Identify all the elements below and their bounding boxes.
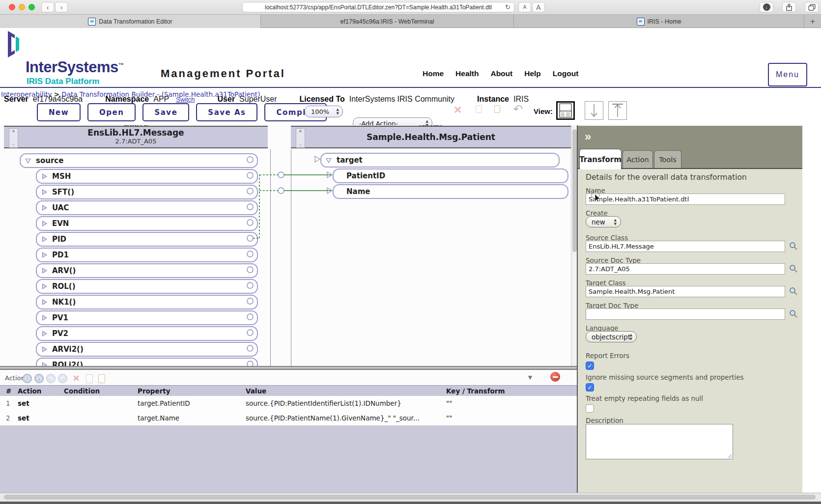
- action-row-2[interactable]: 2settarget.Namesource.{PID:PatientName(1…: [0, 411, 578, 425]
- save-button[interactable]: Save: [142, 103, 189, 121]
- collapsed-triangle-icon[interactable]: [41, 204, 48, 211]
- checkbox-report-errors[interactable]: ✓: [586, 362, 594, 370]
- reload-icon[interactable]: ↻: [505, 3, 510, 11]
- source-root-pill[interactable]: source: [20, 153, 258, 168]
- target-class-field[interactable]: [586, 286, 785, 297]
- large-a-label: A: [536, 3, 540, 11]
- share-button[interactable]: [782, 2, 796, 12]
- breadcrumb-interoperability[interactable]: Interoperability: [1, 90, 52, 98]
- view-split-button[interactable]: [556, 101, 575, 120]
- nav-link-help[interactable]: Help: [524, 69, 541, 78]
- new-tab-button[interactable]: +: [804, 15, 821, 28]
- collapsed-triangle-icon[interactable]: [41, 346, 48, 353]
- nav-link-about[interactable]: About: [490, 69, 512, 78]
- view-bottom-button[interactable]: [585, 101, 603, 120]
- view-top-button[interactable]: [608, 101, 627, 120]
- source-class-field[interactable]: [586, 241, 785, 252]
- back-button[interactable]: ‹: [41, 2, 54, 12]
- collapsed-triangle-icon[interactable]: [41, 314, 48, 321]
- checkbox-treat-empty[interactable]: [586, 404, 594, 413]
- downloads-button[interactable]: ↓: [760, 2, 773, 12]
- create-select[interactable]: new ▲▼: [586, 216, 621, 227]
- collapsed-triangle-icon[interactable]: [41, 267, 48, 274]
- target-doc-type-field[interactable]: [586, 308, 785, 320]
- horizontal-splitter[interactable]: [0, 366, 578, 370]
- remove-panel-icon[interactable]: [550, 372, 560, 382]
- description-field[interactable]: [586, 424, 733, 459]
- source-segment-pd1[interactable]: PD1: [36, 248, 258, 262]
- nav-link-logout[interactable]: Logout: [553, 69, 579, 78]
- collapsed-triangle-icon[interactable]: [41, 283, 48, 290]
- collapsed-triangle-icon[interactable]: [41, 236, 48, 243]
- search-icon[interactable]: [789, 264, 798, 273]
- nav-link-home[interactable]: Home: [423, 69, 444, 78]
- pill-label: SFT(): [52, 188, 74, 196]
- source-segment-rol[interactable]: ROL(): [36, 279, 258, 294]
- target-root-pill[interactable]: target: [320, 153, 560, 168]
- target-property-name[interactable]: Name: [333, 184, 568, 199]
- collapsed-triangle-icon[interactable]: [41, 330, 48, 337]
- expanded-triangle-icon[interactable]: [25, 157, 31, 164]
- source-segment-evn[interactable]: EVN: [36, 216, 258, 231]
- search-icon[interactable]: [789, 242, 798, 251]
- horizontal-scrollbar-thumb[interactable]: [4, 495, 816, 500]
- source-segment-uac[interactable]: UAC: [36, 200, 258, 215]
- source-segment-nk1[interactable]: NK1(): [36, 295, 258, 309]
- checkbox-ignore-missing[interactable]: ✓: [586, 383, 594, 392]
- source-segment-pv1[interactable]: PV1: [36, 310, 258, 325]
- language-select[interactable]: objectscript ▲▼: [586, 331, 637, 342]
- source-segment-msh[interactable]: MSH: [36, 169, 258, 184]
- collapsed-triangle-icon[interactable]: [41, 252, 48, 258]
- collapsed-triangle-icon[interactable]: [41, 189, 48, 196]
- move-down-icon[interactable]: ↓: [34, 374, 44, 383]
- collapse-panel-icon[interactable]: »: [585, 130, 591, 143]
- collapsed-triangle-icon[interactable]: [41, 173, 48, 180]
- tab-tools[interactable]: Tools: [654, 150, 681, 168]
- source-segment-pid[interactable]: PID: [36, 232, 258, 247]
- minimize-window-button[interactable]: [19, 4, 25, 10]
- zoom-value: 100%: [311, 108, 329, 115]
- resize-handle-icon[interactable]: [727, 453, 732, 458]
- zoom-select[interactable]: 100% ▲▼: [305, 106, 343, 117]
- link-junction[interactable]: [278, 172, 284, 178]
- source-segment-arvi2[interactable]: ARVi2(): [36, 342, 258, 357]
- tab-webterminal[interactable]: ef179a45c96a:IRIS - WebTerminal: [261, 15, 514, 28]
- new-button[interactable]: New: [37, 103, 81, 121]
- open-button[interactable]: Open: [87, 103, 136, 121]
- tab-iris-home[interactable]: IR IRIS - Home: [514, 15, 804, 28]
- tab-overview-button[interactable]: [805, 2, 819, 12]
- address-bar[interactable]: localhost:52773/csp/app/EnsPortal.DTLEdi…: [242, 2, 514, 12]
- collapsed-triangle-icon[interactable]: [41, 220, 48, 227]
- link-junction[interactable]: [278, 188, 284, 194]
- collapsed-triangle-icon[interactable]: [41, 299, 48, 306]
- source-segment-pv2[interactable]: PV2: [36, 326, 258, 341]
- target-header-scroll[interactable]: ▲ ▽: [296, 128, 305, 148]
- expanded-triangle-icon[interactable]: [325, 157, 332, 164]
- action-row-1[interactable]: 1settarget.PatientIDsource.{PID:PatientI…: [0, 396, 578, 411]
- collapsed-triangle-icon[interactable]: [41, 362, 48, 366]
- tab-data-transformation-editor[interactable]: IR Data Transformation Editor: [0, 15, 261, 28]
- menu-button[interactable]: Menu: [768, 63, 807, 86]
- zoom-window-button[interactable]: [28, 4, 35, 10]
- source-segment-arv[interactable]: ARV(): [36, 263, 258, 278]
- source-segment-roli2[interactable]: ROLi2(): [36, 358, 258, 366]
- nav-link-health[interactable]: Health: [455, 69, 479, 78]
- tab-action[interactable]: Action: [623, 150, 653, 168]
- source-segment-sft[interactable]: SFT(): [36, 185, 258, 199]
- scrollbar-thumb[interactable]: [572, 129, 577, 252]
- forward-button[interactable]: ›: [55, 2, 68, 12]
- target-property-patientid[interactable]: PatientID: [333, 168, 568, 183]
- search-icon[interactable]: [789, 309, 798, 318]
- breadcrumb-page[interactable]: Data Transformation Builder: [61, 90, 155, 98]
- save-as-button[interactable]: Save As: [196, 103, 257, 121]
- source-doc-type-field[interactable]: [586, 263, 785, 275]
- search-icon[interactable]: [789, 287, 798, 296]
- increase-text-button[interactable]: A: [532, 2, 545, 12]
- move-up-icon[interactable]: ↑: [23, 374, 32, 383]
- name-field[interactable]: [586, 194, 785, 205]
- decrease-text-button[interactable]: A: [518, 2, 531, 12]
- close-window-button[interactable]: [9, 4, 15, 10]
- collapse-actions-icon[interactable]: ▼: [527, 373, 534, 381]
- tab-transform[interactable]: Transform: [579, 149, 622, 169]
- source-header-scroll[interactable]: ▲ ▽: [9, 128, 18, 148]
